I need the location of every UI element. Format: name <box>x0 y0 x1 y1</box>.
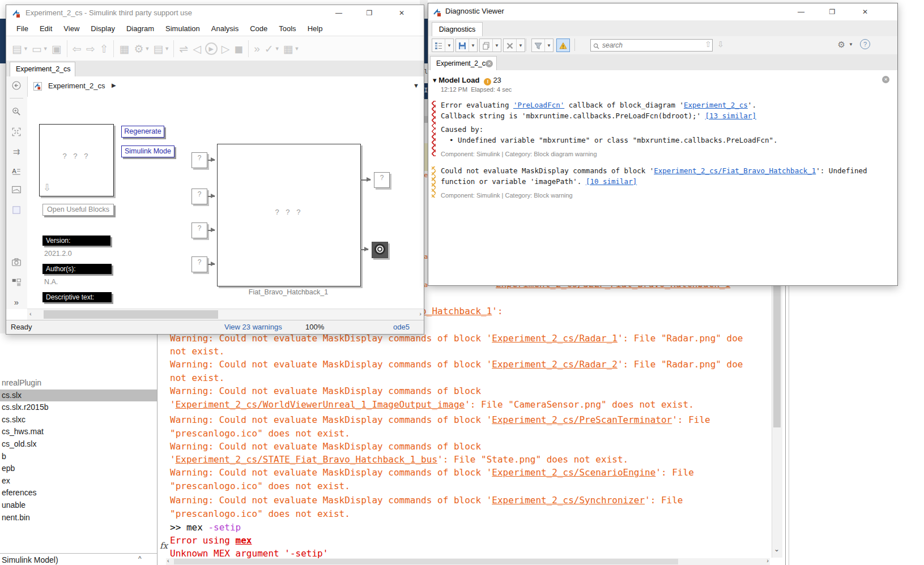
model-data-dropdown-icon[interactable]: ▼ <box>164 46 169 52</box>
file-list-item[interactable]: nrealPlugin <box>0 377 157 389</box>
close-group-icon[interactable]: ✕ <box>882 76 889 83</box>
subsystem-block[interactable]: ? ? ? <box>217 144 361 286</box>
maximize-button[interactable]: ❐ <box>820 4 844 20</box>
hscrollbar-thumb[interactable] <box>44 310 218 319</box>
connect-icon[interactable]: ⇌ <box>177 41 190 57</box>
next-match-icon[interactable]: ⇩ <box>717 40 724 49</box>
diagnostic-link[interactable]: [13 similar] <box>705 112 756 120</box>
search-input[interactable] <box>590 39 713 52</box>
filter-dropdown-icon[interactable]: ▼ <box>544 39 553 52</box>
maximize-button[interactable]: ❐ <box>357 5 381 21</box>
warning-message[interactable]: Could not evaluate MaskDisplay commands … <box>432 165 892 199</box>
menu-item-diagram[interactable]: Diagram <box>121 23 160 35</box>
scroll-left-icon[interactable]: ‹ <box>29 310 32 317</box>
close-tab-icon[interactable]: ✕ <box>486 60 493 67</box>
model-tab[interactable]: Experiment_2_cs <box>10 62 75 76</box>
scroll-right-icon[interactable]: › <box>419 310 421 317</box>
menu-item-edit[interactable]: Edit <box>34 23 58 35</box>
menu-item-file[interactable]: File <box>11 23 34 35</box>
menu-item-help[interactable]: Help <box>302 23 329 35</box>
more-tools-icon[interactable]: » <box>252 41 262 56</box>
filter-button[interactable]: ▼ <box>531 38 553 52</box>
build-dropdown-icon[interactable]: ▼ <box>295 46 300 52</box>
highlight-warnings-button[interactable] <box>556 38 570 52</box>
block-link[interactable]: Experiment_2_cs/PreScanTerminator <box>492 414 672 425</box>
clear-log-button[interactable]: ▼ <box>503 38 525 52</box>
signal-routing-icon[interactable]: ⇉ <box>10 147 23 159</box>
update-diagram-icon[interactable]: ✓ <box>262 41 276 57</box>
scroll-down-icon[interactable]: ⌄ <box>774 545 780 553</box>
solver-name[interactable]: ode5 <box>393 323 410 331</box>
tab-diagnostics[interactable]: Diagnostics <box>432 22 483 37</box>
forward-icon[interactable]: ⇨ <box>84 41 97 57</box>
inport-block[interactable]: ? <box>191 256 207 272</box>
more-icon[interactable]: » <box>10 297 23 310</box>
diagnostic-link[interactable]: Experiment_2_cs <box>684 101 748 109</box>
menu-item-analysis[interactable]: Analysis <box>206 23 244 35</box>
run-icon[interactable]: ▶ <box>205 42 218 55</box>
menu-item-tools[interactable]: Tools <box>273 23 301 35</box>
back-icon[interactable]: ⇦ <box>70 41 84 57</box>
file-list-item[interactable]: cs.slx <box>0 389 157 401</box>
signal-wire[interactable] <box>208 160 215 161</box>
file-list-item[interactable]: cs_old.slx <box>0 438 157 450</box>
copy-log-dropdown-icon[interactable]: ▼ <box>492 39 501 52</box>
step-forward-icon[interactable]: ▷ <box>219 41 232 57</box>
inport-block[interactable]: ? <box>191 189 207 204</box>
inport-block[interactable]: ? <box>191 222 207 238</box>
signal-wire[interactable] <box>360 179 371 181</box>
signal-wire[interactable] <box>208 230 215 231</box>
gear-icon[interactable]: ⚙ <box>838 40 845 50</box>
diagnostic-link[interactable]: Experiment_2_cs/Fiat_Bravo_Hatchback_1 <box>654 166 816 175</box>
simulink-mode-button[interactable]: Simulink Mode <box>121 145 174 157</box>
command-window-vscrollbar[interactable]: ⌄ <box>772 281 782 558</box>
menu-item-code[interactable]: Code <box>244 23 273 35</box>
breadcrumb-dropdown-icon[interactable]: ▼ <box>413 82 419 89</box>
collapse-browser-icon[interactable] <box>10 80 23 92</box>
signal-wire[interactable] <box>208 196 215 197</box>
block-link[interactable]: Experiment_2_cs/WorldViewerUnreal_1_Imag… <box>176 399 465 410</box>
new-model-dropdown-icon[interactable]: ▼ <box>23 46 28 52</box>
vscrollbar-thumb[interactable] <box>773 286 781 427</box>
inport-block[interactable]: ? <box>191 152 207 168</box>
open-useful-blocks-button[interactable]: Open Useful Blocks <box>42 204 114 216</box>
close-button[interactable]: ✕ <box>853 4 877 20</box>
gear-dropdown-icon[interactable]: ▼ <box>849 42 853 47</box>
save-model-icon[interactable]: ▣ <box>49 41 64 57</box>
sample-blocks-icon[interactable] <box>10 277 23 289</box>
details-panel-header[interactable]: Simulink Model) ^ <box>0 553 157 565</box>
clear-log-dropdown-icon[interactable]: ▼ <box>516 39 525 52</box>
breadcrumb[interactable]: Experiment_2_cs <box>48 82 105 90</box>
model-data-icon[interactable]: ▤ <box>151 41 165 57</box>
diagnostic-link[interactable]: 'PreLoadFcn' <box>513 101 564 109</box>
file-list-item[interactable]: cs.slx.r2015b <box>0 401 157 413</box>
block-link[interactable]: Experiment_2_cs/STATE_Fiat_Bravo_Hatchba… <box>176 454 437 465</box>
image-icon[interactable] <box>10 184 23 196</box>
scroll-right-icon[interactable]: › <box>767 557 769 564</box>
collapse-group-icon[interactable]: ▾ <box>433 76 437 84</box>
previous-match-icon[interactable]: ⇧ <box>705 40 712 49</box>
diagnostic-viewer-titlebar[interactable]: Diagnostic Viewer — ❐ ✕ <box>428 3 897 20</box>
annotation-icon[interactable]: A <box>10 166 23 178</box>
authors-label-block[interactable]: Author(s): <box>42 264 112 274</box>
new-model-icon[interactable]: ▤ <box>10 41 24 57</box>
file-list-item[interactable]: b <box>0 451 157 463</box>
up-to-parent-icon[interactable]: ⇧ <box>97 41 111 57</box>
model-settings-dropdown-icon[interactable]: ▼ <box>144 46 150 52</box>
file-list-item[interactable]: cs.slxc <box>0 414 157 426</box>
view-options-button[interactable]: ▼ <box>432 38 454 52</box>
regenerate-button[interactable]: Regenerate <box>121 126 164 138</box>
model-canvas[interactable]: ? ? ? ⇩ Regenerate Simulink Mode Open Us… <box>27 97 423 309</box>
scroll-left-icon[interactable]: ‹ <box>167 557 169 564</box>
zoom-icon[interactable] <box>10 106 23 118</box>
block-link[interactable]: Experiment_2_cs/ScenarioEngine <box>492 467 655 478</box>
library-browser-icon[interactable]: ▦ <box>117 41 131 57</box>
signal-wire[interactable] <box>360 249 368 250</box>
fit-to-view-icon[interactable] <box>10 126 23 139</box>
file-list-item[interactable]: eferences <box>0 487 157 499</box>
file-list-item[interactable]: cs_hws.mat <box>0 426 157 438</box>
save-log-button[interactable]: ▼ <box>455 38 478 52</box>
update-diagram-dropdown-icon[interactable]: ▼ <box>275 46 280 52</box>
breadcrumb-arrow-icon[interactable]: ▶ <box>112 82 116 88</box>
open-model-icon[interactable]: ▭ <box>29 41 44 57</box>
